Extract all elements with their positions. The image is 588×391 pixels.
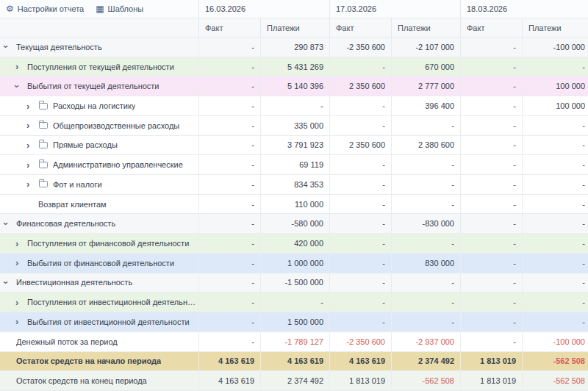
row-label: Общепроизводственные расходы	[53, 121, 179, 130]
row-label-cell: ›Административно управленческие	[0, 155, 198, 174]
cell-value: -	[198, 96, 260, 115]
cell-value: 670 000	[391, 57, 460, 76]
cell-value: 100 000	[522, 96, 588, 115]
cell-value: -	[198, 234, 260, 253]
chevron-down-icon[interactable]: ›	[12, 85, 22, 87]
chevron-down-icon[interactable]: ›	[1, 281, 11, 284]
table-row[interactable]: ›Поступления от финансовой деятельности-…	[0, 234, 588, 254]
cell-value: -	[460, 214, 522, 233]
row-label-cell: ›Общепроизводственные расходы	[0, 116, 198, 135]
cell-value: -	[391, 293, 460, 312]
table-row[interactable]: ›Текущая деятельность-290 873-2 350 600-…	[0, 37, 588, 57]
table-row[interactable]: ›Выбытия от финансовой деятельности-1 00…	[0, 254, 588, 273]
chevron-right-icon[interactable]: ›	[15, 298, 18, 307]
cell-value: -	[460, 293, 522, 312]
table-row[interactable]: ›Расходы на логистику---396 400-100 000	[0, 96, 588, 116]
cell-value: 2 380 600	[391, 136, 460, 155]
chevron-slot: ›	[26, 140, 38, 150]
cell-value: 834 353	[260, 175, 329, 194]
chevron-right-icon[interactable]: ›	[26, 160, 29, 170]
cell-value: -2 107 000	[391, 37, 460, 57]
chevron-down-icon[interactable]: ›	[1, 222, 11, 225]
row-label: Текущая деятельность	[16, 43, 102, 51]
row-label: Выбытия от финансовой деятельности	[27, 259, 174, 268]
cell-value: -	[198, 293, 260, 312]
cell-value: 100 000	[522, 76, 588, 96]
chevron-right-icon[interactable]: ›	[15, 258, 18, 268]
cell-value: -	[460, 234, 522, 253]
table-row[interactable]: ›Прямые расходы-3 791 9232 350 6002 380 …	[0, 136, 588, 156]
cell-value: -	[460, 312, 522, 331]
chevron-right-icon[interactable]: ›	[15, 62, 18, 71]
chevron-right-icon[interactable]: ›	[15, 239, 18, 248]
cell-value: 2 350 600	[329, 76, 391, 96]
cell-value: 396 400	[391, 96, 460, 115]
subheader-fact-3: Факт	[460, 18, 522, 37]
chevron-right-icon[interactable]: ›	[26, 121, 29, 130]
cell-value: 1 500 000	[260, 312, 329, 331]
chevron-slot: ›	[15, 82, 27, 91]
date-header-3: 18.03.2026	[460, 0, 588, 18]
cell-value: -562 508	[522, 352, 588, 371]
subheader-fact-2: Факт	[329, 18, 391, 37]
row-label-cell: ›Прямые расходы	[0, 136, 198, 155]
templates-icon: ▦	[96, 4, 104, 13]
cell-value: -830 000	[391, 214, 460, 233]
row-label-cell: ›Инвестиционная деятельность	[0, 273, 198, 293]
row-label: Поступления от финансовой деятельности	[27, 239, 189, 248]
cell-value: -	[391, 116, 460, 135]
cell-value: -100 000	[522, 37, 588, 57]
cell-value: -1 789 127	[260, 332, 329, 351]
templates-button[interactable]: ▦ Шаблоны	[96, 4, 143, 13]
cell-value: -	[522, 293, 588, 312]
table-row[interactable]: ›Административно управленческие-69 119--…	[0, 155, 588, 175]
chevron-right-icon[interactable]: ›	[26, 140, 29, 150]
folder-icon	[39, 103, 48, 110]
table-row[interactable]: ›Поступления от текущей деятельности-5 4…	[0, 57, 588, 77]
chevron-right-icon[interactable]: ›	[15, 317, 18, 326]
cell-value: -	[329, 96, 391, 115]
row-label: Возврат клиентам	[38, 200, 107, 209]
cell-value: -2 350 600	[329, 332, 391, 351]
folder-icon	[39, 142, 48, 148]
table-row[interactable]: ›Поступления от инвестиционной деятельно…	[0, 293, 588, 312]
cell-value: -	[460, 57, 522, 76]
cell-value: -	[522, 175, 588, 194]
folder-icon	[39, 122, 48, 129]
cell-value: -	[460, 136, 522, 155]
cell-value: -	[198, 254, 260, 273]
chevron-slot: ›	[26, 160, 38, 170]
row-label-cell: ›Поступления от инвестиционной деятельно…	[0, 293, 198, 312]
cell-value: -1 500 000	[260, 273, 329, 293]
cell-value: -	[522, 273, 588, 293]
chevron-right-icon[interactable]: ›	[26, 101, 29, 111]
row-label-cell: Денежный поток за период	[0, 332, 198, 351]
cell-value: -	[391, 155, 460, 174]
cell-value: -	[391, 195, 460, 214]
table-row[interactable]: ›Финансовая деятельность--580 000--830 0…	[0, 214, 588, 234]
cell-value: 4 163 619	[198, 371, 260, 390]
gear-icon: ⚙	[6, 4, 14, 13]
row-label: Поступления от текущей деятельности	[27, 62, 174, 71]
row-label: Остаток средств на конец периода	[16, 376, 147, 385]
cell-value: -	[522, 214, 588, 233]
table-row[interactable]: ›Выбытия от инвестиционной деятельности-…	[0, 312, 588, 332]
cell-value: -	[460, 96, 522, 115]
table-row[interactable]: ›Выбытия от текущей деятельности-5 140 3…	[0, 76, 588, 96]
cell-value: -	[198, 214, 260, 233]
table-row[interactable]: ›Общепроизводственные расходы-335 000---…	[0, 116, 588, 136]
chevron-right-icon[interactable]: ›	[26, 179, 29, 189]
report-settings-button[interactable]: ⚙ Настройки отчета	[6, 4, 84, 13]
table-body: ›Текущая деятельность-290 873-2 350 600-…	[0, 37, 588, 391]
cell-value: -	[522, 57, 588, 76]
table-row[interactable]: ›Фот и налоги-834 353----	[0, 175, 588, 195]
cell-value: -	[329, 254, 391, 273]
subheader-payments-2: Платежи	[391, 18, 460, 37]
cell-value: -	[329, 116, 391, 135]
table-row: Возврат клиентам-110 000----	[0, 195, 588, 215]
cell-value: -	[198, 76, 260, 96]
chevron-down-icon[interactable]: ›	[1, 46, 11, 49]
cell-value: -	[198, 312, 260, 331]
table-row[interactable]: ›Инвестиционная деятельность--1 500 000-…	[0, 273, 588, 293]
row-label-cell: Возврат клиентам	[0, 195, 198, 214]
